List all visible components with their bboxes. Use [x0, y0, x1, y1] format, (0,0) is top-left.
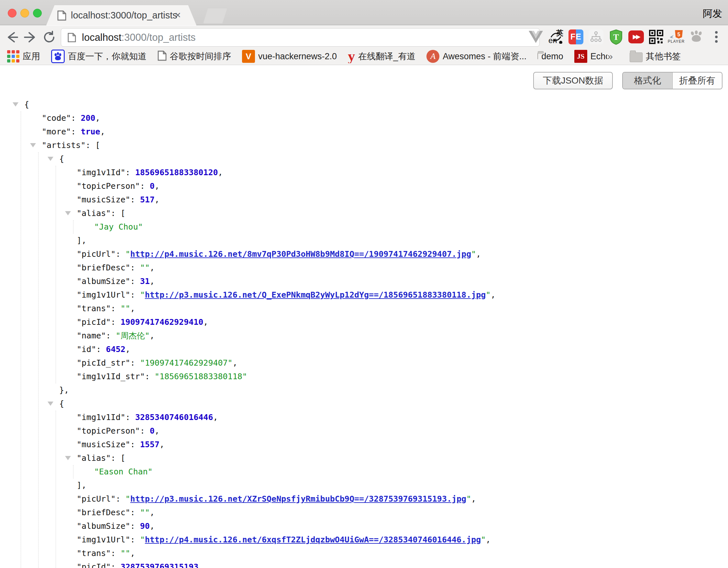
download-json-button[interactable]: 下载JSON数据	[533, 72, 613, 89]
json-url-link[interactable]: http://p4.music.126.net/6xqsfT2ZLjdqzbwO…	[145, 535, 481, 544]
qrcode-icon[interactable]	[648, 29, 664, 45]
json-punctuation: ,	[486, 535, 491, 544]
window-minimize-button[interactable]	[20, 9, 29, 17]
forward-button[interactable]	[23, 30, 38, 44]
json-line: "img1v1Id_str": "18569651883380118"	[0, 370, 728, 384]
format-button[interactable]: 格式化	[623, 72, 673, 89]
json-key: "musicSize"	[77, 195, 130, 204]
json-punctuation: ],	[77, 236, 86, 245]
json-string: "Jay Chou"	[94, 222, 143, 231]
bookmark-label: Awesomes - 前端资...	[443, 50, 526, 62]
json-number: 0	[150, 426, 155, 436]
bookmark-item[interactable]: 谷歌按时间排序	[158, 50, 231, 62]
bookmark-item[interactable]: y在线翻译_有道	[348, 50, 415, 63]
html5-player-icon[interactable]: 5 PLAYER	[668, 29, 684, 45]
json-punctuation: :	[116, 494, 125, 504]
new-tab-button[interactable]	[203, 8, 227, 23]
collapse-toggle-icon[interactable]	[48, 157, 53, 161]
sitemap-icon[interactable]	[588, 29, 604, 45]
json-number: 90	[140, 521, 150, 531]
json-punctuation: :	[130, 276, 140, 286]
video-speed-icon[interactable]: ▶▶	[628, 29, 644, 45]
json-line: "alias": [	[0, 451, 728, 465]
json-line: "img1v1Id": 3285340746016446,	[0, 411, 728, 424]
bookmark-item[interactable]: JSEcho JS - JavaScri...	[574, 50, 608, 63]
bookmark-item[interactable]: demo	[537, 51, 563, 61]
json-punctuation: ,	[155, 426, 160, 436]
browser-tab[interactable]: localhost:3000/top_artists ×	[46, 5, 196, 25]
json-number: 19097417462929410	[120, 318, 203, 327]
json-key: "img1v1Url"	[77, 535, 130, 544]
bookmark-item[interactable]: AAwesomes - 前端资...	[426, 50, 526, 63]
json-key: "name"	[77, 331, 106, 340]
json-punctuation: : [	[111, 208, 125, 218]
bookmark-label: 谷歌按时间排序	[170, 50, 231, 62]
collapse-toggle-icon[interactable]	[48, 402, 53, 406]
back-button[interactable]	[5, 30, 19, 44]
json-url-link[interactable]: http://p4.music.126.net/8mv7qP30Pd3oHW8b…	[130, 249, 471, 259]
vue-icon: V	[242, 50, 255, 63]
browser-toolbar: localhost:3000/top_artists 英 en FE T▶▶	[0, 26, 728, 48]
json-line: "briefDesc": "",	[0, 506, 728, 519]
url-bar[interactable]: localhost:3000/top_artists	[61, 28, 540, 47]
url-host: localhost	[82, 32, 121, 43]
extension-icons-row: 英 en FE T▶▶	[528, 26, 727, 48]
tampermonkey-icon[interactable]: T	[608, 29, 624, 45]
json-number: 517	[140, 195, 155, 204]
json-line: {	[0, 397, 728, 411]
json-line: "topicPerson": 0,	[0, 179, 728, 193]
url-page-icon	[68, 33, 76, 42]
json-string: ""	[120, 304, 130, 313]
json-line: "musicSize": 517,	[0, 193, 728, 206]
collapse-toggle-icon[interactable]	[13, 102, 18, 106]
menu-dots-icon[interactable]	[709, 29, 724, 45]
vue-devtools-icon[interactable]	[528, 29, 544, 45]
bookmark-item[interactable]: 百度一下，你就知道	[51, 50, 147, 63]
json-line: "albumSize": 90,	[0, 519, 728, 533]
json-number: 0	[150, 181, 155, 191]
json-line: "albumSize": 31,	[0, 274, 728, 288]
reload-button[interactable]	[42, 30, 56, 44]
fehelper-icon[interactable]: FE	[568, 29, 584, 45]
json-key: "topicPerson"	[77, 426, 140, 436]
json-url-link[interactable]: http://p3.music.126.net/Q_ExePNkmqB2yWyL…	[145, 290, 486, 300]
translate-icon[interactable]: 英 en	[548, 29, 564, 45]
collapse-toggle-icon[interactable]	[65, 211, 71, 215]
json-url-link[interactable]: http://p3.music.126.net/XZrSQeNpsfjyRmib…	[130, 494, 467, 504]
json-key: "img1v1Url"	[77, 290, 130, 300]
json-line: },	[0, 384, 728, 397]
window-zoom-button[interactable]	[33, 9, 42, 17]
collapse-toggle-icon[interactable]	[30, 143, 36, 147]
bookmark-item[interactable]: Vvue-hackernews-2.0	[242, 50, 337, 63]
json-punctuation: ,	[95, 113, 100, 123]
json-key: "picId"	[77, 318, 111, 327]
json-line: "picUrl": "http://p3.music.126.net/XZrSQ…	[0, 492, 728, 506]
json-key: "img1v1Id_str"	[77, 372, 145, 381]
json-punctuation: ,	[100, 127, 105, 136]
url-text: localhost:3000/top_artists	[82, 32, 196, 43]
json-line: "Jay Chou"	[0, 220, 728, 234]
bookmark-item[interactable]: 应用	[7, 50, 40, 62]
json-key: "trans"	[77, 549, 111, 558]
tab-close-icon[interactable]: ×	[175, 9, 181, 21]
json-string: ""	[140, 263, 150, 272]
json-line: "trans": "",	[0, 302, 728, 316]
collapse-all-button[interactable]: 折叠所有	[673, 72, 722, 89]
json-punctuation: :	[140, 426, 150, 436]
json-string: "	[126, 494, 130, 504]
window-close-button[interactable]	[8, 9, 17, 17]
bookmarks-overflow-chevron-icon[interactable]: »	[607, 51, 613, 62]
bookmark-other-bookmarks[interactable]: 其他书签	[630, 50, 681, 62]
paw-icon[interactable]	[689, 29, 704, 45]
json-punctuation: ,	[203, 318, 208, 327]
page-favicon-icon	[57, 10, 66, 21]
json-string: "	[471, 249, 476, 259]
json-line: ],	[0, 479, 728, 492]
collapse-toggle-icon[interactable]	[65, 456, 71, 460]
json-line: "musicSize": 1557,	[0, 438, 728, 451]
json-string: "	[140, 535, 145, 544]
json-punctuation: :	[111, 304, 120, 313]
bookmarks-bar: 应用 百度一下，你就知道谷歌按时间排序Vvue-hackernews-2.0y在…	[0, 48, 728, 65]
apps-grid-icon	[7, 50, 19, 62]
json-key: "artists"	[42, 140, 85, 150]
